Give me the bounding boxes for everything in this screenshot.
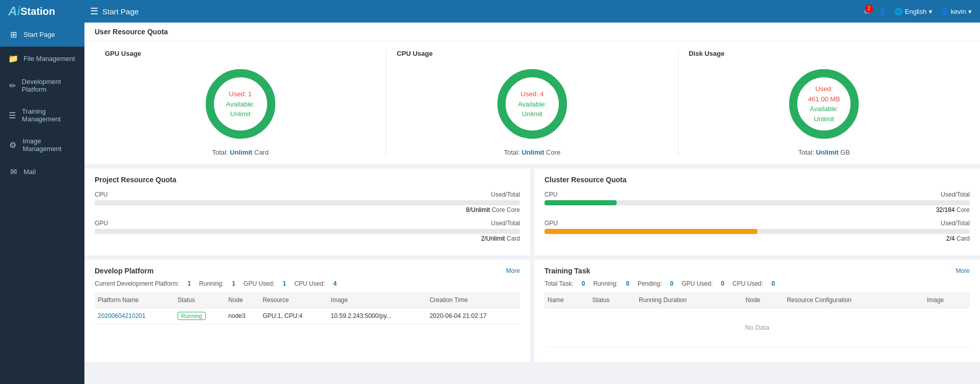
cluster-cpu-progress-bg	[545, 200, 970, 205]
project-gpu-used-total: Used/Total	[491, 220, 520, 227]
training-task-no-data: No Data	[545, 308, 970, 347]
sidebar: ⊞ Start Page 📁 File Management ✏ Develop…	[0, 23, 84, 384]
project-cpu-header: CPU Used/Total	[95, 191, 520, 198]
gpu-total: Total: Unlimit Card	[212, 148, 269, 156]
cpu-total-suffix: Core	[544, 148, 560, 156]
tt-th-node: Node	[743, 292, 784, 308]
cpu-total: Total: Unlimit Core	[504, 148, 561, 156]
disk-gauge-col: Disk Usage Used: 461.00 MB Available: Un…	[679, 50, 970, 156]
cluster-gpu-metric: GPU Used/Total 2/4 Card	[545, 220, 970, 242]
dp-current-val: 1	[187, 280, 191, 287]
logo: Ai Station	[8, 4, 90, 18]
tt-running-val: 0	[626, 280, 629, 287]
svg-point-3	[502, 73, 563, 135]
language-selector[interactable]: 🌐 English ▾	[895, 8, 932, 15]
folder-icon: 📁	[8, 54, 18, 63]
mail-icon-wrap[interactable]: ✉ 2	[864, 8, 870, 15]
develop-platform-header: Develop Platform More	[95, 267, 520, 275]
user-menu[interactable]: 👤 kevin ▾	[941, 8, 972, 15]
user-profile-icon[interactable]: 👤	[878, 8, 886, 15]
disk-total-suffix: GB	[838, 148, 850, 156]
training-task-table: Name Status Running Duration Node Resour…	[545, 292, 970, 347]
sidebar-item-start-page[interactable]: ⊞ Start Page	[0, 23, 84, 47]
sidebar-label-training-management: Training Management	[22, 108, 76, 123]
sidebar-label-file-management: File Management	[24, 55, 75, 62]
sidebar-item-development-platform[interactable]: ✏ Development Platform	[0, 71, 84, 100]
cpu-total-value: Unlimit	[521, 148, 544, 156]
svg-point-1	[210, 73, 271, 135]
main-content: User Resource Quota GPU Usage Used: 1 Av…	[84, 23, 980, 384]
th-resource: Resource	[259, 292, 328, 308]
sidebar-label-start-page: Start Page	[24, 31, 55, 38]
develop-platform-more[interactable]: More	[506, 267, 520, 274]
cluster-gpu-value: 2/4 Card	[545, 235, 970, 242]
home-icon: ⊞	[8, 30, 18, 39]
th-platform-name: Platform Name	[95, 292, 175, 308]
sidebar-item-image-management[interactable]: ⚙ Image Management	[0, 130, 84, 160]
project-cpu-value: 8/Unlimit Core Core	[95, 206, 520, 214]
tt-pending-label: Pending:	[638, 280, 662, 287]
bottom-row: Develop Platform More Current Developmen…	[84, 260, 980, 362]
cluster-gpu-header: GPU Used/Total	[545, 220, 970, 227]
disk-donut: Used: 461.00 MB Available: Unlimit	[786, 66, 862, 142]
user-resource-quota-section: User Resource Quota GPU Usage Used: 1 Av…	[84, 23, 980, 164]
project-cpu-label: CPU	[95, 191, 107, 198]
project-gpu-header: GPU Used/Total	[95, 220, 520, 227]
develop-platform-section: Develop Platform More Current Developmen…	[84, 260, 530, 362]
sidebar-item-training-management[interactable]: ☰ Training Management	[0, 100, 84, 130]
tt-cpu-val: 0	[771, 280, 775, 287]
cpu-total-prefix: Total:	[504, 148, 522, 156]
project-cpu-metric: CPU Used/Total 8/Unlimit Core Core	[95, 191, 520, 214]
gpu-gauge-col: GPU Usage Used: 1 Available: Unlimit Tot…	[95, 50, 386, 156]
project-cpu-used-total-label: Used/Total	[491, 191, 520, 198]
cluster-gpu-progress-bg	[545, 229, 970, 234]
dp-cpu-val: 4	[333, 280, 337, 287]
tt-th-running-duration: Running Duration	[636, 292, 743, 308]
svg-point-5	[793, 73, 855, 135]
mail-badge: 2	[865, 5, 873, 13]
cluster-cpu-progress-fill	[545, 200, 617, 205]
tt-th-image: Image	[924, 292, 970, 308]
disk-total-prefix: Total:	[798, 148, 816, 156]
cluster-cpu-value: 32/184 Core	[545, 206, 970, 214]
project-cpu-progress-bg	[95, 200, 520, 205]
training-task-table-header-row: Name Status Running Duration Node Resour…	[545, 292, 970, 308]
training-task-title: Training Task	[545, 267, 590, 275]
tt-total-label: Total Task:	[545, 280, 573, 287]
sidebar-label-development-platform: Development Platform	[22, 78, 76, 93]
row-node: node3	[225, 308, 259, 324]
gauge-row: GPU Usage Used: 1 Available: Unlimit Tot…	[84, 41, 980, 164]
tt-cpu-label: CPU Used:	[732, 280, 763, 287]
dp-current-label: Current Development Platform:	[95, 280, 179, 287]
project-cpu-used-total: Used/Total	[491, 191, 520, 198]
menu-icon[interactable]: ☰	[90, 6, 98, 17]
topbar: Ai Station ☰ Start Page ✉ 2 👤 🌐 English …	[0, 0, 980, 23]
tt-th-name: Name	[545, 292, 589, 308]
training-task-more[interactable]: More	[956, 267, 970, 274]
user-resource-quota-title: User Resource Quota	[84, 23, 980, 41]
sidebar-item-mail[interactable]: ✉ Mail	[0, 160, 84, 184]
sidebar-label-mail: Mail	[24, 168, 36, 176]
dp-gpu-val: 1	[283, 280, 287, 287]
tt-total-val: 0	[581, 280, 585, 287]
page-title: Start Page	[102, 7, 139, 16]
project-gpu-progress-bg	[95, 229, 520, 234]
quota-row: Project Resource Quota CPU Used/Total 8/…	[84, 168, 980, 255]
develop-platform-stats: Current Development Platform: 1 Running:…	[95, 280, 520, 287]
training-task-stats: Total Task: 0 Running: 0 Pending: 0 GPU …	[545, 280, 970, 287]
cpu-donut: Used: 4 Available: Unlimit	[494, 66, 571, 142]
th-status: Status	[175, 292, 225, 308]
cluster-gpu-progress-fill	[545, 229, 757, 234]
disk-usage-label: Disk Usage	[689, 50, 725, 57]
dp-gpu-label: GPU Used:	[244, 280, 275, 287]
platform-name[interactable]: 20200604210201	[95, 308, 175, 324]
sidebar-item-file-management[interactable]: 📁 File Management	[0, 47, 84, 71]
row-image: 10.59.2.243:5000/py...	[328, 308, 426, 324]
project-gpu-metric: GPU Used/Total 2/Unlimit Card	[95, 220, 520, 242]
gpu-total-value: Unlimit	[230, 148, 252, 156]
lang-label: English	[905, 8, 927, 15]
project-gpu-value: 2/Unlimit Card	[95, 235, 520, 242]
logo-station: Station	[20, 6, 55, 17]
table-row: 20200604210201 Running node3 GPU:1, CPU:…	[95, 308, 520, 324]
project-gpu-used-total-label: Used/Total	[491, 220, 520, 227]
